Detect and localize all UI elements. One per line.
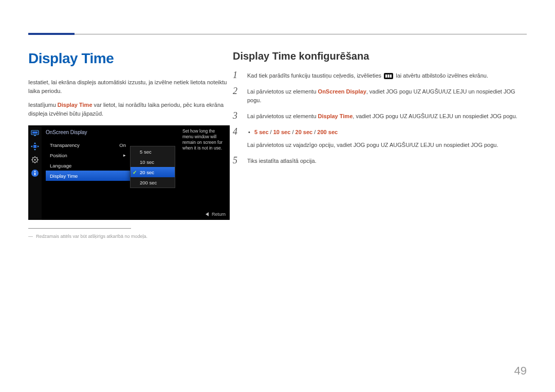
step-number: 3 [233,111,240,120]
osd-dropdown: 5 sec 10 sec 20 sec 200 sec [130,146,175,188]
svg-rect-23 [388,74,390,78]
move-icon [30,142,40,151]
text: Lai pārvietotos uz elementu [247,113,318,119]
footnote-text: Redzamais attēls var būt atšķirīgs atkar… [36,234,147,239]
header-rule-accent [28,33,75,35]
info-icon [30,169,40,178]
option-value: 200 sec [317,129,338,135]
step-4: 4 5 sec / 10 sec / 20 sec / 200 sec Lai … [233,128,526,150]
osd-option: 10 sec [131,157,175,167]
svg-rect-19 [34,173,35,175]
svg-rect-3 [33,145,36,148]
step-body: 5 sec / 10 sec / 20 sec / 200 sec Lai pā… [247,128,526,150]
svg-line-17 [37,157,38,158]
highlight-onscreen-display: OnScreen Display [318,88,366,95]
osd-screenshot: OnScreen Display Transparency On Positio… [28,125,230,220]
svg-rect-1 [32,132,38,134]
osd-menu: Transparency On Position ▸ Language Disp… [46,140,130,181]
osd-option: 200 sec [131,177,175,188]
text: lai atvērtu atbilstošo izvēlnes ekrānu. [394,72,488,79]
step-number: 1 [233,70,240,80]
option-sep: / [290,129,295,135]
menu-button-icon [384,73,393,79]
gear-icon [30,155,40,164]
osd-menu-item-display-time: Display Time [46,171,130,181]
step-5: 5 Tiks iestatīta atlasītā opcija. [233,157,526,165]
step-2: 2 Lai pārvietotos uz elementu OnScreen D… [233,87,526,105]
osd-footer: Return [206,212,226,217]
text: Kad tiek parādīts funkciju taustiņu ceļv… [247,72,383,79]
option-value: 20 sec [295,129,313,135]
step-body: Kad tiek parādīts funkciju taustiņu ceļv… [247,71,526,80]
osd-menu-item-transparency: Transparency On [46,140,130,150]
osd-menu-value: On [119,142,126,148]
osd-menu-label: Display Time [50,173,78,179]
text: Lai pārvietotos uz elementu [247,88,318,95]
step-1: 1 Kad tiek parādīts funkciju taustiņu ce… [233,71,526,80]
left-column: Display Time Iestatiet, lai ekrāna displ… [28,50,230,239]
osd-footer-label: Return [212,212,226,217]
footnote-dash: ― [28,234,36,239]
text: Iestatījumu [28,102,58,108]
svg-marker-7 [38,145,39,147]
osd-option: 5 sec [131,146,175,157]
step-body: Lai pārvietotos uz elementu OnScreen Dis… [247,87,526,105]
step-number: 5 [233,156,240,165]
header-rule [28,34,527,34]
footnote-rule [28,228,131,229]
svg-rect-22 [385,74,387,78]
svg-marker-5 [34,149,36,151]
svg-marker-6 [31,145,32,147]
chevron-right-icon: ▸ [123,153,126,158]
option-sep: / [269,129,273,135]
svg-point-9 [34,159,36,161]
options-line: 5 sec / 10 sec / 20 sec / 200 sec [247,128,526,137]
step-body: Lai pārvietotos uz elementu Display Time… [247,112,526,121]
text: , vadiet JOG pogu UZ AUGŠU/UZ LEJU un no… [353,113,517,119]
step-number: 2 [233,86,240,96]
osd-menu-item-position: Position ▸ [46,150,130,160]
intro-paragraph-2: Iestatījumu Display Time var lietot, lai… [28,101,230,118]
text: Lai pārvietotos uz vajadzīgo opciju, vad… [247,142,498,148]
subsection-heading: Display Time konfigurēšana [233,50,526,62]
svg-line-15 [37,162,38,163]
osd-menu-label: Language [50,163,71,169]
svg-rect-24 [390,74,392,78]
svg-line-14 [32,157,33,158]
footnote: ―Redzamais attēls var būt atšķirīgs atka… [28,234,230,239]
svg-rect-2 [34,135,36,136]
osd-title: OnScreen Display [46,129,87,135]
option-sep: / [312,129,317,135]
step-number: 4 [233,127,240,136]
osd-option-selected: 20 sec [131,167,175,177]
svg-marker-4 [34,142,36,144]
right-column: Display Time konfigurēšana 1 Kad tiek pa… [233,50,526,173]
page-number: 49 [514,364,527,378]
osd-menu-label: Transparency [50,142,80,148]
svg-point-20 [34,171,35,172]
intro-paragraph-1: Iestatiet, lai ekrāna displejs automātis… [28,78,230,96]
osd-sidebar [28,125,42,220]
section-heading: Display Time [28,50,230,67]
monitor-icon [30,128,40,138]
svg-line-16 [32,162,33,163]
step-body: Tiks iestatīta atlasītā opcija. [247,157,526,165]
option-value: 10 sec [273,129,291,135]
step-3: 3 Lai pārvietotos uz elementu Display Ti… [233,112,526,121]
steps-list: 1 Kad tiek parādīts funkciju taustiņu ce… [233,71,526,165]
highlight-display-time: Display Time [58,102,92,108]
option-value: 5 sec [254,129,269,135]
osd-help-text: Set how long the menu window will remain… [182,128,227,151]
back-arrow-icon [206,212,209,216]
highlight-display-time: Display Time [318,113,353,119]
osd-menu-item-language: Language [46,160,130,171]
osd-menu-label: Position [50,153,67,158]
